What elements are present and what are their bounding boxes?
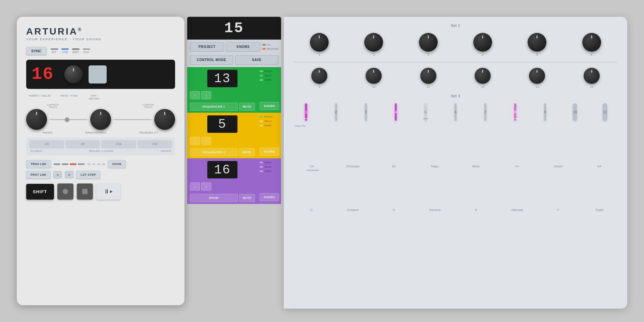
seq1-velo-label: VELO (264, 74, 271, 77)
pad-reverse-label: Reverse (429, 208, 441, 212)
pad-4[interactable]: 4 (395, 103, 397, 121)
knob-6: 6 (566, 33, 617, 56)
pad-2-group: 2 (322, 103, 350, 121)
knob-2-control[interactable] (364, 33, 383, 52)
swing-knob[interactable] (26, 109, 47, 130)
pad-10-group: 10 (561, 103, 589, 121)
knobs-button[interactable]: KNOBS (226, 42, 260, 51)
prst-lnk-button[interactable]: PRST LNK (26, 171, 51, 179)
knob-10-control[interactable] (366, 68, 382, 84)
knob-14: 14 (566, 68, 617, 89)
seq2-display-inner: 5 (207, 115, 237, 133)
knob-9-control[interactable] (311, 68, 327, 84)
knob-4-control[interactable] (473, 33, 492, 52)
knob-11-control[interactable] (420, 68, 436, 84)
seq1-next-button[interactable]: › (201, 91, 211, 99)
pad-10[interactable]: 10 (573, 103, 577, 121)
save-button[interactable]: SAVE (235, 55, 278, 64)
drum-gate-indicator: GATE (260, 170, 279, 173)
project-button[interactable]: PROJECT (190, 42, 224, 51)
seq2-velo-label: VELO (264, 120, 271, 123)
seq2-next-button[interactable]: › (201, 137, 211, 145)
randomness-knob[interactable] (90, 109, 111, 130)
chan-button[interactable]: CHAN (108, 160, 126, 168)
prev-button[interactable]: « (53, 171, 62, 178)
seq2-name-button[interactable]: SEQUENCER 2 (190, 148, 238, 156)
pad-11[interactable]: 11 (603, 103, 607, 121)
pad-6[interactable]: 6 (454, 103, 457, 121)
trns-row: TRNS LNK 16 32 48 64 CHAN (26, 160, 175, 168)
seq1-prev-button[interactable]: ‹ (190, 91, 200, 99)
cc-dot (262, 44, 266, 46)
tap-button[interactable] (89, 65, 107, 84)
knob-1: 1 (294, 33, 345, 56)
tempo-value: 16 (32, 64, 58, 84)
tempo-display: 16 (26, 60, 175, 89)
tempo-knob[interactable] (64, 65, 83, 84)
sync-button[interactable]: SYNC (26, 47, 47, 55)
control-mode-button[interactable]: CONTROL MODE (190, 55, 233, 64)
roller-1-8[interactable]: 1/8 (66, 140, 100, 148)
bottom-pad-row: C Forward D Reverse E (290, 177, 621, 212)
knob-6-control[interactable] (582, 33, 601, 52)
knob-12-control[interactable] (475, 68, 491, 84)
drum-display-inner: 16 (207, 161, 237, 178)
playback-controls: SHIFT ⏸▶ (26, 183, 175, 200)
cc-indicator: CC (262, 43, 271, 46)
drum-next-button[interactable]: › (201, 182, 211, 191)
knob-1-control[interactable] (310, 33, 329, 52)
trns-lnk-button[interactable]: TRNS LNK (26, 160, 51, 168)
scale-pad-row: C# Chromatic D# Major Minor (290, 133, 621, 168)
seq1-bottom: SEQUENCER 1 MUTE (187, 101, 258, 113)
knob-14-control[interactable] (584, 68, 600, 84)
seq2-prev-button[interactable]: ‹ (190, 137, 200, 145)
seq1-name-button[interactable]: SEQUENCER 1 (190, 103, 238, 111)
pad-minor-label: Minor (472, 165, 480, 168)
pad-section-top: 1 2 3 (290, 103, 621, 128)
pad-dorian-label: Dorian (554, 165, 563, 168)
randomness-knob-group (90, 109, 111, 130)
drum-panel: 16 ‹ › DRUM MUTE (187, 158, 281, 204)
pad-8[interactable]: 8 (514, 103, 516, 121)
seq2-mute-button[interactable]: MUTE (239, 148, 255, 156)
pad-2[interactable]: 2 (335, 103, 337, 121)
step-indicators (54, 163, 85, 165)
seq1-mute-button[interactable]: MUTE (239, 103, 255, 111)
knob-5-control[interactable] (528, 33, 546, 52)
play-pause-button[interactable]: ⏸▶ (96, 183, 120, 200)
next-button[interactable]: » (65, 171, 73, 178)
roller-1-32[interactable]: 1/32 (138, 140, 172, 148)
pad-9[interactable]: 9 (544, 103, 546, 121)
pad-7[interactable]: 7 (484, 103, 486, 121)
seq1-knobs-button[interactable]: KNOBS (260, 102, 279, 110)
stop-button[interactable] (77, 183, 93, 200)
drum-content: 16 ‹ › DRUM MUTE (187, 158, 281, 204)
shift-button[interactable]: SHIFT (26, 184, 54, 200)
probability-knob-group (154, 109, 175, 130)
seq2-knobs-button[interactable]: KNOBS (260, 148, 279, 156)
record-button[interactable] (57, 183, 73, 200)
lst-step-button[interactable]: LST STEP (76, 171, 100, 179)
knob-11: 11 (403, 68, 454, 89)
pad-1[interactable]: 1 (305, 103, 307, 121)
pad-3[interactable]: 3 (365, 103, 367, 121)
pad-row-numbered: 1 2 3 (290, 103, 621, 121)
knob-13-control[interactable] (529, 68, 545, 84)
drum-knobs-button[interactable]: KNOBS (260, 193, 279, 201)
prst-row: PRST LNK « » LST STEP (26, 171, 175, 179)
roller-1-4[interactable]: 1/4 (30, 140, 64, 148)
sync-options: INT USB MIDI CLK (51, 48, 90, 54)
drum-nav: ‹ › (187, 181, 258, 192)
roller-1-16[interactable]: 1/16 (102, 140, 136, 148)
drum-mute-button[interactable]: MUTE (239, 194, 255, 202)
drum-name-button[interactable]: DRUM (190, 194, 238, 202)
pad-5[interactable]: 5 (425, 103, 427, 121)
cc-label: CC (267, 43, 271, 46)
pitch-dot (260, 70, 263, 72)
knob-3-control[interactable] (419, 33, 438, 52)
midi-bar (72, 48, 79, 50)
probability-knob[interactable] (154, 109, 175, 130)
pad-minor-group: Minor (457, 133, 495, 168)
knob-9: 9 (294, 68, 345, 89)
drum-prev-button[interactable]: ‹ (190, 182, 200, 191)
